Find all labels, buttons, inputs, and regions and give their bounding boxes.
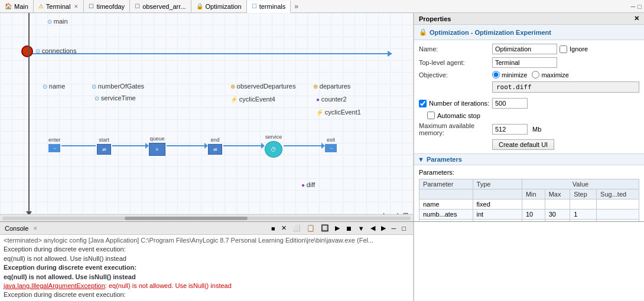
properties-body: Name: Ignore Top-level agent: Objective: [414,40,644,221]
console-stop-btn[interactable]: ■ [269,224,278,233]
counter2-node: ● counter2 [316,96,347,103]
memory-input[interactable] [492,124,528,135]
param-row-name: name fixed [419,199,639,210]
tab-timeofday[interactable]: ☐ timeofday [84,0,130,12]
tab-overflow[interactable]: » [291,2,302,11]
minimize-btn[interactable]: ─ [631,3,636,10]
exit-element: exit → [325,137,337,152]
maximize-radio[interactable] [532,71,539,78]
console-minimize-btn[interactable]: ─ [389,224,399,233]
autostop-row: Automatic stop [419,112,639,119]
console-scroll-lock-btn[interactable]: ⬜ [290,223,303,233]
start-element: start ⇌ [97,137,111,155]
col-max: Max [545,189,570,199]
minimize-label[interactable]: minimize [492,71,527,78]
tab-main[interactable]: 🏠 Main [0,0,34,12]
iterations-label: Number of iterations: [429,100,489,107]
properties-close[interactable]: ✕ [634,15,639,22]
diagram-scrollbar[interactable] [0,214,413,221]
name-input[interactable] [492,44,557,54]
console-line-error: java.lang.IllegalArgumentException: eq(n… [4,282,409,290]
iterations-checkbox[interactable] [419,100,427,107]
objective-radio-group: minimize maximize [492,71,569,78]
create-default-ui-button[interactable]: Create default UI [492,139,554,150]
end-element: end ⇌ [208,137,222,155]
console-title: Console [5,225,28,232]
main-tab-icon: 🏠 [5,3,12,9]
console-filter-btn[interactable]: 🔲 [318,223,331,233]
console-line-1: Exception during discrete event executio… [4,245,409,254]
maximize-btn[interactable]: □ [638,3,642,10]
ignore-checkbox[interactable] [560,45,567,53]
maximize-label[interactable]: maximize [532,71,568,78]
console-line-5: Exception during discrete event executio… [4,290,409,299]
start-circle [21,45,33,57]
tab-observed[interactable]: ☐ observed_arr... [130,0,191,12]
tab-terminals[interactable]: ☐ terminals [247,1,291,13]
objective-row: Objective: minimize maximize [419,71,639,78]
param-sug-cell [597,199,639,210]
objective-label: Objective: [419,71,490,78]
properties-panel: Properties ✕ 🔒 Optimization - Optimizati… [414,13,644,221]
iterations-check-label: Number of iterations: [419,100,490,107]
main-content: ⊙ main ⊙ connections ⊙ name ⊙ numberOfGa… [0,13,644,221]
ignore-checkbox-label: Ignore [560,45,588,53]
console-header: Console ✕ ■ ✕ ⬜ 📋 🔲 ▶ ⏹ ▼ ◀ ▶ ─ □ [0,222,413,235]
console-dropdown-btn[interactable]: ▼ [356,224,367,233]
memory-row: Maximum available memory: Mb [419,122,639,136]
parameters-label: Parameters: [419,169,454,176]
param-row-gates: numb...ates int 10 30 1 [419,210,639,220]
scroll-track[interactable] [2,217,411,220]
create-ui-row: Create default UI [419,139,639,150]
console-line-3: Exception during discrete event executio… [4,263,409,272]
departures-node: ⊕ departures [313,83,350,90]
col-sug: Sug...ted [597,189,639,199]
param-max-cell [545,199,570,210]
arrow-end-service [223,145,264,146]
minimize-text: minimize [502,71,527,78]
tab-optimization[interactable]: 🔒 Optimization [191,0,247,12]
console-line-2: eq(null) is not allowed. Use isNull() in… [4,254,409,263]
code-field[interactable]: root.diff [492,81,639,93]
iterations-input[interactable] [492,98,528,109]
console-terminated-line: <terminated> anylogic config [Java Appli… [4,236,409,245]
param-gates-max: 30 [545,210,570,220]
console-next-btn[interactable]: ▶ [379,223,388,233]
tab-observed-label: observed_arr... [142,3,186,10]
scroll-thumb[interactable] [125,217,247,220]
toplevel-input[interactable] [492,57,557,68]
console-panel: Console ✕ ■ ✕ ⬜ 📋 🔲 ▶ ⏹ ▼ ◀ ▶ ─ □ <termi… [0,222,414,301]
parameters-section-label: Parameters [427,156,462,163]
tab-terminal[interactable]: ⚠ Terminal ✕ [34,0,84,12]
diagram-panel[interactable]: ⊙ main ⊙ connections ⊙ name ⊙ numberOfGa… [0,13,414,221]
name-node: ⊙ name [43,83,65,90]
autostop-label[interactable]: Automatic stop [427,112,480,119]
console-run-btn[interactable]: ▶ [333,223,342,233]
optimization-tab-icon: 🔒 [196,3,203,9]
optimization-icon: 🔒 [419,28,427,36]
parameters-section-header[interactable]: ▼ Parameters [414,153,644,165]
code-row: root.diff [419,81,639,95]
console-pause-btn[interactable]: ⏹ [343,224,354,233]
vertical-line [28,13,30,214]
console-copy-btn[interactable]: 📋 [304,223,317,233]
minimize-radio[interactable] [492,71,500,78]
console-prev-btn[interactable]: ◀ [368,223,378,233]
servicetime-node: ⊙ serviceTime [95,94,136,102]
tab-timeofday-label: timeofday [96,3,125,10]
flow-arrow [388,51,392,57]
toplevel-row: Top-level agent: [419,57,639,68]
properties-title-label: Properties [419,15,451,22]
tab-terminal-close[interactable]: ✕ [74,4,79,9]
maximize-text: maximize [541,71,568,78]
properties-bottom [414,222,644,301]
col-type-sub [473,189,522,199]
console-maximize-btn[interactable]: □ [399,224,408,233]
terminal-tab-icon: ⚠ [38,3,44,9]
memory-label: Maximum available memory: [419,122,490,136]
ignore-label: Ignore [570,45,588,53]
arrow-start-queue [112,145,148,146]
diagram-canvas: ⊙ main ⊙ connections ⊙ name ⊙ numberOfGa… [0,13,413,221]
autostop-checkbox[interactable] [427,112,435,119]
console-clear-btn[interactable]: ✕ [279,223,289,233]
